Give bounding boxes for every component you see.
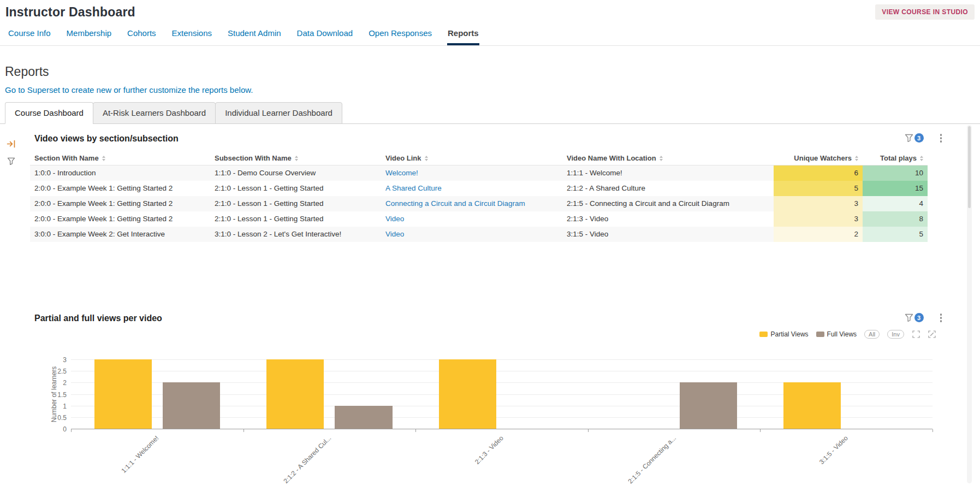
- tab-individual-learner-dashboard[interactable]: Individual Learner Dashboard: [215, 102, 342, 124]
- funnel-icon: [905, 314, 913, 322]
- card-controls: 3: [905, 312, 943, 323]
- nav-item-reports[interactable]: Reports: [447, 23, 479, 45]
- column-header-total-plays[interactable]: Total plays: [863, 151, 928, 165]
- expand-filter-bar-button[interactable]: [5, 138, 16, 149]
- page-title: Instructor Dashboard: [5, 4, 135, 20]
- column-label: Total plays: [880, 154, 917, 162]
- course-nav: Course Info Membership Cohorts Extension…: [0, 20, 980, 46]
- nav-item-cohorts[interactable]: Cohorts: [127, 23, 157, 45]
- video-views-card-header: Video views by section/subsection 3: [22, 133, 980, 145]
- tab-at-risk-learners-dashboard[interactable]: At-Risk Learners Dashboard: [93, 102, 216, 124]
- column-header-video-name[interactable]: Video Name With Location: [562, 151, 774, 165]
- video-link[interactable]: Video: [385, 215, 404, 223]
- bar-partial-views: [94, 359, 152, 429]
- cell-unique-watchers: 2: [774, 227, 863, 242]
- cell-section: 2:0:0 - Example Week 1: Getting Started …: [30, 196, 210, 211]
- cell-section: 3:0:0 - Example Week 2: Get Interactive: [30, 227, 210, 242]
- chart-card-header: Partial and full views per video 3: [22, 312, 980, 324]
- cell-video-link: Video: [381, 227, 562, 242]
- video-link[interactable]: Video: [385, 230, 404, 238]
- expand-filter-bar-icon: [7, 139, 16, 149]
- cell-total-plays: 4: [863, 196, 928, 211]
- reports-heading: Reports: [5, 64, 980, 79]
- bar-partial-views: [266, 359, 324, 429]
- superset-link[interactable]: Go to Superset to create new or further …: [5, 85, 253, 95]
- instructor-dashboard-page: Instructor Dashboard VIEW COURSE IN STUD…: [0, 0, 980, 485]
- gridline: [71, 359, 933, 360]
- nav-item-course-info[interactable]: Course Info: [8, 23, 51, 45]
- column-header-video-link[interactable]: Video Link: [381, 151, 562, 165]
- nav-item-membership[interactable]: Membership: [66, 23, 112, 45]
- video-link[interactable]: Welcome!: [385, 169, 418, 177]
- sort-arrows-icon: [660, 156, 663, 161]
- y-tick-label: 0.5: [41, 414, 67, 422]
- scrollbar[interactable]: [967, 125, 972, 483]
- y-tick-label: 2: [41, 379, 67, 387]
- y-tick-label: 3: [41, 356, 67, 364]
- nav-item-data-download[interactable]: Data Download: [296, 23, 354, 45]
- partial-full-views-card: Partial and full views per video 3: [22, 305, 980, 485]
- legend-item-full-views[interactable]: Full Views: [816, 330, 857, 338]
- cell-unique-watchers: 6: [774, 165, 863, 181]
- table-header-row: Section With Name Subsection With Name V…: [30, 151, 928, 165]
- cell-subsection: 2:1:0 - Lesson 1 - Getting Started: [210, 181, 381, 196]
- y-tick-label: 0: [41, 425, 67, 433]
- table-row: 3:0:0 - Example Week 2: Get Interactive …: [30, 227, 928, 242]
- cell-section: 1:0:0 - Introduction: [30, 165, 210, 181]
- card-controls: 3: [905, 133, 943, 144]
- cell-video-name: 1:1:1 - Welcome!: [562, 165, 774, 181]
- cell-total-plays: 8: [863, 211, 928, 227]
- bar-partial-views: [439, 359, 496, 429]
- cell-section: 2:0:0 - Example Week 1: Getting Started …: [30, 211, 210, 227]
- table-row: 2:0:0 - Example Week 1: Getting Started …: [30, 196, 928, 211]
- legend-inverse-button[interactable]: Inv: [887, 330, 904, 339]
- x-tick-label: 2:1:5 - Connecting a...: [626, 434, 677, 485]
- cell-video-name: 2:1:3 - Video: [562, 211, 774, 227]
- filter-rail: [0, 124, 22, 484]
- table-row: 2:0:0 - Example Week 1: Getting Started …: [30, 211, 928, 227]
- cell-subsection: 3:1:0 - Lesson 2 - Let's Get Interactive…: [210, 227, 381, 242]
- y-tick-label: 1.5: [41, 391, 67, 399]
- x-tick-label: 1:1:1 - Welcome!: [120, 434, 161, 475]
- sort-arrows-icon: [855, 156, 858, 161]
- column-label: Unique Watchers: [794, 154, 852, 162]
- nav-item-extensions[interactable]: Extensions: [171, 23, 212, 45]
- x-axis-tick: [71, 429, 72, 432]
- cell-video-link: Welcome!: [381, 165, 562, 181]
- applied-filters-indicator[interactable]: 3: [905, 313, 924, 322]
- cell-total-plays: 5: [863, 227, 928, 242]
- applied-filters-indicator[interactable]: 3: [905, 133, 924, 143]
- x-tick-label: 2:1:3 - Video: [473, 434, 505, 466]
- cell-video-name: 2:1:5 - Connecting a Circuit and a Circu…: [562, 196, 774, 211]
- kebab-menu-icon[interactable]: [939, 312, 943, 323]
- bar-partial-views: [783, 382, 841, 429]
- cell-unique-watchers: 3: [774, 196, 863, 211]
- cell-video-name: 2:1:2 - A Shared Culture: [562, 181, 774, 196]
- nav-item-open-responses[interactable]: Open Responses: [368, 23, 432, 45]
- filter-count-badge: 3: [914, 313, 924, 322]
- cell-subsection: 2:1:0 - Lesson 1 - Getting Started: [210, 211, 381, 227]
- table-row: 1:0:0 - Introduction 1:1:0 - Demo Course…: [30, 165, 928, 181]
- nav-item-student-admin[interactable]: Student Admin: [227, 23, 282, 45]
- video-link[interactable]: Connecting a Circuit and a Circuit Diagr…: [385, 199, 525, 208]
- column-label: Section With Name: [34, 154, 99, 162]
- sort-arrows-icon: [102, 156, 105, 161]
- kebab-menu-icon[interactable]: [939, 133, 943, 144]
- legend-item-partial-views[interactable]: Partial Views: [759, 330, 808, 338]
- sort-arrows-icon: [295, 156, 298, 161]
- column-header-subsection[interactable]: Subsection With Name: [210, 151, 381, 165]
- x-axis-tick: [415, 429, 416, 432]
- column-header-unique-watchers[interactable]: Unique Watchers: [774, 151, 863, 165]
- scrollbar-thumb[interactable]: [968, 126, 971, 208]
- view-course-in-studio-button[interactable]: VIEW COURSE IN STUDIO: [875, 4, 975, 20]
- x-tick-label: 2:1:2 - A Shared Cul...: [282, 434, 332, 485]
- column-header-section[interactable]: Section With Name: [30, 151, 210, 165]
- brush-clear-icon[interactable]: [928, 330, 936, 339]
- brush-select-icon[interactable]: [912, 330, 920, 339]
- rail-filter-button[interactable]: [5, 156, 16, 167]
- legend-select-all-button[interactable]: All: [864, 330, 880, 339]
- tab-course-dashboard[interactable]: Course Dashboard: [5, 102, 93, 124]
- legend-label: Partial Views: [770, 330, 808, 338]
- video-link[interactable]: A Shared Culture: [385, 184, 442, 192]
- cell-unique-watchers: 3: [774, 211, 863, 227]
